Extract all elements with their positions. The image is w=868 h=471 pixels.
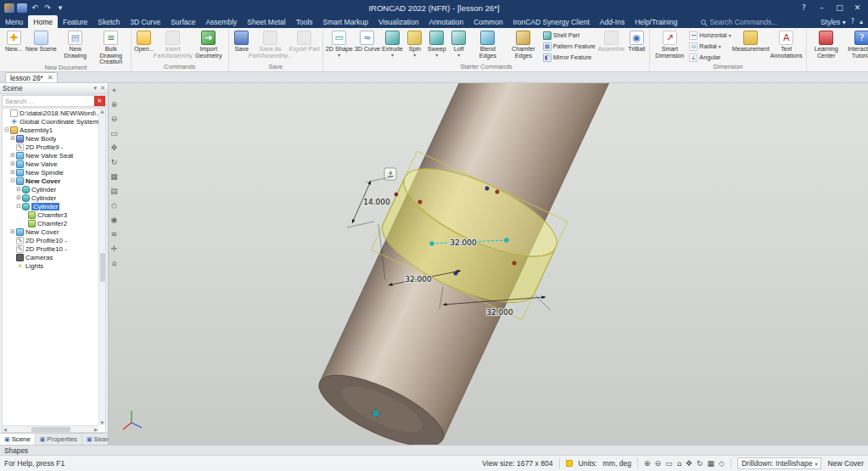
tree-item-chamfer3[interactable]: Chamfer3 <box>3 210 105 219</box>
tab-assembly[interactable]: Assembly <box>200 15 242 28</box>
help-button[interactable]: ? <box>795 1 813 14</box>
sweep-button[interactable]: Sweep▾ <box>426 29 448 57</box>
blend-edges-button[interactable]: Blend Edges <box>470 29 506 59</box>
tab-help-training[interactable]: Help/Training <box>630 15 682 28</box>
tree-item-2d-profile10[interactable]: ✎2D Profile10 - <box>3 244 105 253</box>
tab-add-ins[interactable]: Add-Ins <box>595 15 630 28</box>
dimension-diameter2-value[interactable]: 32.000 <box>405 275 432 283</box>
spin-button[interactable]: Spin▾ <box>404 29 426 57</box>
tree-item-d-data-2018-new-word-tech-net[interactable]: D:\data\2018 NEW\Word\TECH-NET... <box>3 109 105 117</box>
2d-shape-button[interactable]: ▭2D Shape▾ <box>325 29 354 57</box>
undo-icon[interactable]: ↶ <box>30 3 40 13</box>
import-geometry-button[interactable]: ➜Import Geometry <box>191 29 227 59</box>
clear-search-button[interactable]: ✕ <box>94 96 105 106</box>
tab-surface[interactable]: Surface <box>165 15 200 28</box>
look-at-icon[interactable]: ⌖ <box>112 86 116 94</box>
handle-dot-blue[interactable] <box>454 272 457 275</box>
mirror-feature-button[interactable]: ◧Mirror Feature <box>541 52 597 63</box>
shell-part-button[interactable]: Shell Part <box>541 30 597 41</box>
radius-handle-right[interactable] <box>505 238 509 243</box>
tab-home[interactable]: Home <box>28 15 58 28</box>
zoom-out-icon[interactable]: ⊖ <box>655 459 662 468</box>
close-icon[interactable]: ✕ <box>100 85 105 92</box>
interactive-tutorial-button[interactable]: ?Interactive Tutorial <box>844 29 868 59</box>
measurement-button[interactable]: Measurement <box>733 29 769 53</box>
viewport-3d[interactable]: ⌖⊕⊖▭✥↻▦▤◇◉≡✛⌂ <box>109 83 868 445</box>
assemble-button[interactable]: Assemble <box>597 29 626 53</box>
collapse-icon[interactable]: ▾ <box>94 85 98 92</box>
dimension-diameter3-value[interactable]: 32.000 <box>486 308 513 317</box>
smart-dimension-button[interactable]: ↗Smart Dimension <box>652 29 687 59</box>
minimize-button[interactable]: – <box>813 1 831 14</box>
maximize-button[interactable]: □ <box>831 1 848 14</box>
expand-icon[interactable]: ⊞ <box>9 169 16 176</box>
app-logo-icon[interactable] <box>4 3 14 13</box>
units-value[interactable]: mm, deg <box>603 459 631 468</box>
orbit-icon[interactable]: ↻ <box>111 158 118 166</box>
document-tab[interactable]: lesson 26* ✕ <box>5 72 58 82</box>
new-drawing-button[interactable]: ▤New Drawing <box>58 29 93 59</box>
dimension-diameter-value[interactable]: 32.000 <box>450 238 477 247</box>
tree-item-cameras[interactable]: Cameras <box>3 253 105 261</box>
drilldown-dropdown[interactable]: Drilldown: Intellishape ▾ <box>737 457 822 469</box>
display-grid-icon[interactable]: ▤ <box>110 187 118 195</box>
zoom-out-icon[interactable]: ⊖ <box>111 115 118 123</box>
tree-item-new-cover[interactable]: ⊞New Cover <box>3 227 105 236</box>
handle-dot-red[interactable] <box>418 200 422 204</box>
close-button[interactable]: ✕ <box>848 1 866 14</box>
new-scene-button[interactable]: New Scene <box>25 29 58 53</box>
vertical-scrollbar[interactable]: ▲▼ <box>98 109 105 425</box>
search-commands-input[interactable]: Search Commands... <box>709 18 777 26</box>
horizontal-button[interactable]: ↔Horizontal▾ <box>687 30 732 41</box>
expand-icon[interactable]: ⊞ <box>9 228 16 235</box>
zoom-window-icon[interactable]: ▭ <box>110 129 118 137</box>
orbit-icon[interactable]: ↻ <box>697 459 703 468</box>
save-icon[interactable] <box>17 3 27 13</box>
radius-handle-left[interactable] <box>430 242 434 246</box>
horizontal-scrollbar[interactable]: ◀▶ <box>3 425 98 432</box>
triball-button[interactable]: ◉TriBall <box>625 29 647 53</box>
tree-item-2d-profile9[interactable]: ✎2D Profile9 - <box>3 143 105 151</box>
tab-menu[interactable]: Menu <box>0 15 28 28</box>
handle-dot-red[interactable] <box>395 193 398 196</box>
tab-sheet-metal[interactable]: Sheet Metal <box>242 15 290 28</box>
expand-icon[interactable]: ⊞ <box>9 152 16 159</box>
loft-button[interactable]: Loft▾ <box>448 29 470 57</box>
dimension-height-value[interactable]: 14.000 <box>363 198 390 206</box>
handle-dot-red[interactable] <box>512 261 516 265</box>
pan-icon[interactable]: ✥ <box>111 143 118 152</box>
export-part-button[interactable]: Export Part <box>288 29 321 53</box>
view-options-icon[interactable]: ◇ <box>719 459 725 468</box>
panel-tab-scene[interactable]: ▣Scene <box>0 434 36 445</box>
handle-dot-blue[interactable] <box>485 187 489 190</box>
camera-view-icon[interactable]: ◇ <box>111 201 117 210</box>
zoom-window-icon[interactable]: ▭ <box>665 459 673 468</box>
chamfer-edges-button[interactable]: Chamfer Edges <box>506 29 541 59</box>
angular-button[interactable]: ∠Angular <box>687 52 732 63</box>
tree-item-new-valve-seat[interactable]: ⊞New Valve Seat <box>3 151 105 160</box>
minimize-ribbon-icon[interactable]: ▴ <box>860 18 863 25</box>
bulk-drawing-creation-button[interactable]: ≡Bulk Drawing Creation <box>93 29 129 65</box>
tab-feature[interactable]: Feature <box>58 15 92 28</box>
ribbon-help-icon[interactable]: ? <box>851 18 854 25</box>
tree-item-cylinder[interactable]: ⊞Cylinder <box>3 185 105 193</box>
extrude-button[interactable]: Extrude▾ <box>381 29 404 57</box>
tab-3d-curve[interactable]: 3D Curve <box>125 15 165 28</box>
new-button[interactable]: ✚New... <box>3 29 25 53</box>
collapse-icon[interactable]: ⊟ <box>15 203 22 210</box>
learning-center-button[interactable]: Learning Center <box>809 29 844 59</box>
styles-button[interactable]: Styles ▾ <box>820 18 846 26</box>
view-style-icon[interactable]: ◉ <box>111 216 118 224</box>
target-point-icon[interactable]: ✛ <box>111 244 118 253</box>
display-mode-icon[interactable]: ▦ <box>707 459 714 468</box>
command-search[interactable]: Search Commands... <box>696 15 782 28</box>
customize-quick-access-icon[interactable]: ▾ <box>55 3 65 13</box>
home-view-icon[interactable]: ⌂ <box>112 259 117 267</box>
tree-item-cylinder[interactable]: ⊞Cylinder <box>3 193 105 202</box>
collapse-icon[interactable]: ⊟ <box>9 177 16 184</box>
tree-item-new-spindle[interactable]: ⊞New Spindle <box>3 168 105 177</box>
tab-sketch[interactable]: Sketch <box>92 15 125 28</box>
collapse-icon[interactable]: ⊟ <box>3 126 10 133</box>
zoom-in-icon[interactable]: ⊕ <box>644 459 651 468</box>
panel-tab-properties[interactable]: ▣Properties <box>36 434 82 445</box>
